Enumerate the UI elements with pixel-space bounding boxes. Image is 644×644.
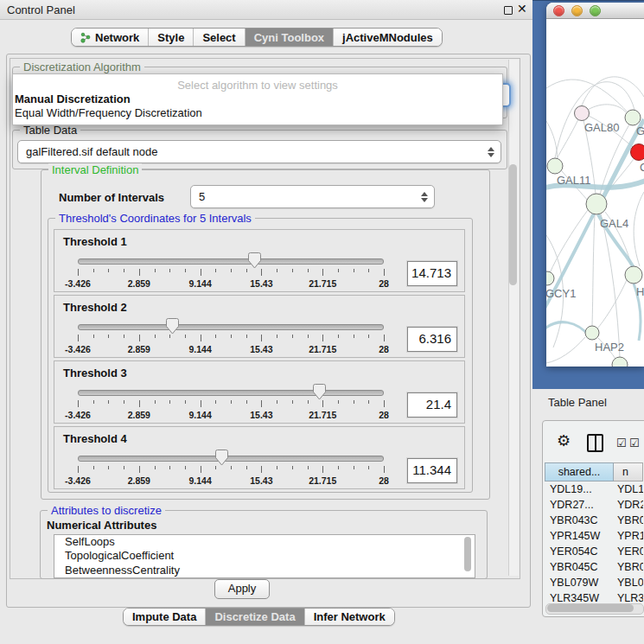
threshold-value-field[interactable]: 14.713 bbox=[407, 261, 457, 286]
network-node[interactable] bbox=[625, 110, 641, 125]
slider-tick bbox=[384, 400, 385, 407]
number-of-intervals-combobox[interactable]: 5 bbox=[190, 185, 435, 208]
slider-knob[interactable] bbox=[166, 318, 179, 335]
network-node[interactable] bbox=[612, 357, 628, 367]
zoom-traffic-light-icon[interactable] bbox=[590, 5, 601, 16]
slider-tick bbox=[201, 335, 201, 341]
table-data-combobox-value: galFiltered.sif default node bbox=[18, 145, 487, 158]
table-row[interactable]: YBR045CYBR0 bbox=[545, 559, 643, 575]
attribute-item-selfloops[interactable]: SelfLoops bbox=[54, 535, 475, 549]
threshold-value-field[interactable]: 6.316 bbox=[407, 327, 457, 352]
minimize-traffic-light-icon[interactable] bbox=[571, 5, 583, 16]
slider-tick bbox=[155, 466, 156, 469]
table-row[interactable]: YER054CYER0 bbox=[545, 544, 643, 559]
network-graph[interactable]: GAL80GCGAL11GAL4GCY1HHAP2 bbox=[546, 19, 644, 367]
network-node[interactable] bbox=[586, 194, 607, 214]
table-data-combobox[interactable]: galFiltered.sif default node bbox=[17, 140, 501, 163]
slider-track[interactable] bbox=[78, 456, 384, 462]
slider-tick bbox=[292, 335, 293, 338]
number-of-intervals-value: 5 bbox=[191, 190, 420, 203]
slider-scale-label: 2.859 bbox=[128, 475, 150, 486]
checkbox-icon[interactable]: ☑ bbox=[629, 437, 640, 450]
float-window-icon[interactable] bbox=[504, 6, 513, 15]
tab-cyni-toolbox[interactable]: Cyni Toolbox bbox=[245, 29, 334, 46]
column-selector-icon[interactable] bbox=[587, 434, 603, 452]
network-node[interactable] bbox=[575, 106, 590, 121]
table-row[interactable]: YBL079WYBL0 bbox=[545, 575, 643, 590]
algorithm-option-equal-width-frequency-discretization[interactable]: Equal Width/Frequency Discretization bbox=[15, 106, 202, 119]
close-traffic-light-icon[interactable] bbox=[553, 5, 564, 16]
slider-tick bbox=[201, 400, 201, 407]
attribute-item-topologicalcoefficient[interactable]: TopologicalCoefficient bbox=[54, 549, 475, 563]
list-scrollbar-thumb[interactable] bbox=[464, 537, 471, 571]
network-node[interactable] bbox=[625, 266, 642, 284]
vertical-scrollbar-thumb[interactable] bbox=[509, 164, 517, 285]
network-node[interactable] bbox=[631, 144, 644, 161]
slider-knob[interactable] bbox=[215, 450, 228, 466]
close-icon[interactable]: ✕ bbox=[517, 2, 527, 16]
slider-knob[interactable] bbox=[248, 252, 261, 269]
numerical-attributes-list[interactable]: SelfLoopsTopologicalCoefficientBetweenne… bbox=[54, 534, 475, 578]
network-window-titlebar[interactable] bbox=[546, 3, 644, 19]
slider-scale-label: 21.715 bbox=[309, 278, 336, 289]
threshold-value-field[interactable]: 11.344 bbox=[407, 458, 457, 483]
slider-scale-label: 9.144 bbox=[188, 410, 211, 420]
slider-tick bbox=[231, 400, 232, 404]
checkbox-icon[interactable]: ☑ bbox=[616, 437, 627, 450]
threshold-rows: Threshold 1-3.4262.8599.14415.4321.71528… bbox=[54, 229, 465, 492]
vertical-scrollbar-track[interactable] bbox=[508, 60, 519, 576]
threshold-slider[interactable]: -3.4262.8599.14415.4321.71528 bbox=[78, 252, 384, 292]
slider-track[interactable] bbox=[78, 390, 384, 396]
slider-track[interactable] bbox=[78, 324, 384, 330]
apply-button[interactable]: Apply bbox=[214, 579, 270, 599]
threshold-slider[interactable]: -3.4262.8599.14415.4321.71528 bbox=[78, 318, 384, 358]
network-node[interactable] bbox=[547, 158, 563, 174]
slider-tick bbox=[231, 269, 232, 272]
slider-tick bbox=[277, 269, 277, 272]
network-canvas[interactable]: GAL80GCGAL11GAL4GCY1HHAP2 bbox=[546, 19, 644, 367]
slider-tick bbox=[246, 335, 247, 338]
table-cell: YLR345W bbox=[545, 590, 614, 602]
table-cell: YDL1 bbox=[614, 481, 643, 497]
threshold-row: Threshold 4-3.4262.8599.14415.4321.71528… bbox=[54, 426, 465, 489]
threshold-value-field[interactable]: 21.4 bbox=[407, 392, 457, 418]
tab-label: Style bbox=[157, 31, 184, 44]
slider-scale-label: -3.426 bbox=[65, 278, 91, 289]
tab-discretize-data[interactable]: Discretize Data bbox=[206, 609, 304, 625]
threshold-slider[interactable]: -3.4262.8599.14415.4321.71528 bbox=[78, 384, 384, 424]
tab-jactivemnodules[interactable]: jActiveMNodules bbox=[334, 29, 442, 46]
table-row[interactable]: YBR043CYBR0 bbox=[545, 513, 643, 528]
slider-tick bbox=[368, 400, 369, 404]
threshold-slider[interactable]: -3.4262.8599.14415.4321.71528 bbox=[78, 450, 384, 489]
tab-infer-network[interactable]: Infer Network bbox=[305, 609, 394, 625]
slider-track[interactable] bbox=[78, 258, 384, 265]
bottom-tab-bar: Impute DataDiscretize DataInfer Network bbox=[123, 608, 395, 626]
gear-icon[interactable]: ⚙ bbox=[557, 433, 571, 449]
network-node[interactable] bbox=[546, 271, 554, 285]
tab-network[interactable]: Network bbox=[72, 29, 149, 46]
tab-select[interactable]: Select bbox=[194, 29, 245, 46]
slider-scale-label: 15.43 bbox=[250, 344, 272, 354]
network-node[interactable] bbox=[585, 326, 599, 340]
slider-tick bbox=[292, 400, 293, 404]
network-edge bbox=[588, 105, 626, 112]
tab-style[interactable]: Style bbox=[149, 29, 194, 46]
threshold-label: Threshold 2 bbox=[63, 301, 127, 314]
attribute-item-betweennesscentrality[interactable]: BetweennessCentrality bbox=[54, 564, 475, 577]
algorithm-option-manual-discretization[interactable]: Manual Discretization bbox=[15, 92, 131, 105]
table-column-header[interactable]: n bbox=[614, 462, 643, 481]
network-edge bbox=[634, 192, 644, 266]
threshold-label: Threshold 1 bbox=[63, 235, 127, 248]
table-row[interactable]: YDR27...YDR2 bbox=[545, 497, 643, 513]
network-edge bbox=[592, 214, 595, 326]
horizontal-scrollbar-thumb[interactable] bbox=[547, 604, 634, 612]
table-row[interactable]: YDL19...YDL1 bbox=[545, 481, 643, 497]
table-row[interactable]: YPR145WYPR1 bbox=[545, 528, 643, 544]
tab-impute-data[interactable]: Impute Data bbox=[124, 609, 206, 625]
table-row[interactable]: YLR345WYLR3 bbox=[545, 590, 643, 602]
slider-knob[interactable] bbox=[313, 384, 326, 400]
tab-label: Select bbox=[202, 31, 235, 44]
table-column-header[interactable]: shared... bbox=[545, 462, 614, 481]
slider-tick bbox=[185, 400, 186, 404]
network-icon bbox=[80, 32, 91, 43]
